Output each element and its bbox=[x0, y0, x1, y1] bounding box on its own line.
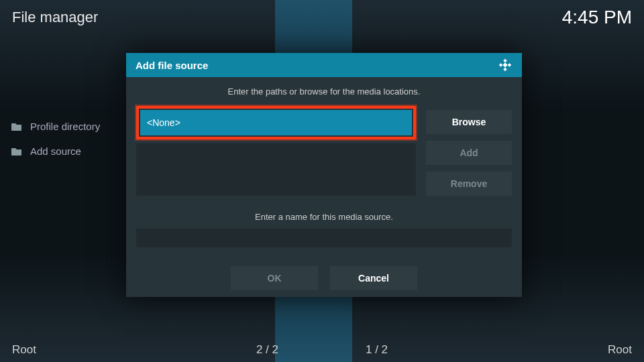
sidebar-item-label: Profile directory bbox=[30, 121, 100, 132]
sidebar-item-label: Add source bbox=[30, 145, 81, 157]
browse-button[interactable]: Browse bbox=[426, 110, 512, 134]
header-bar: File manager 4:45 PM bbox=[12, 7, 632, 28]
footer-count-right: 1 / 2 bbox=[366, 343, 388, 357]
cancel-button[interactable]: Cancel bbox=[330, 266, 417, 290]
path-instruction: Enter the paths or browse for the media … bbox=[126, 86, 522, 97]
kodi-logo-icon bbox=[498, 58, 513, 72]
add-button[interactable]: Add bbox=[426, 141, 512, 165]
path-list bbox=[136, 106, 416, 196]
ok-button[interactable]: OK bbox=[231, 266, 318, 290]
sidebar-item-add-source[interactable]: Add source bbox=[8, 139, 129, 164]
footer-left-label: Root bbox=[12, 343, 36, 357]
dialog-title: Add file source bbox=[136, 60, 208, 71]
path-input[interactable] bbox=[140, 110, 412, 135]
dialog-header: Add file source bbox=[126, 53, 522, 77]
clock: 4:45 PM bbox=[562, 7, 632, 28]
sidebar-item-profile-directory[interactable]: Profile directory bbox=[8, 114, 129, 139]
folder-icon bbox=[11, 122, 22, 131]
folder-icon bbox=[11, 147, 22, 156]
footer-right-label: Root bbox=[608, 343, 632, 357]
path-field-highlight bbox=[136, 106, 416, 139]
remove-button[interactable]: Remove bbox=[426, 172, 512, 196]
footer-bar: Root 2 / 2 1 / 2 Root bbox=[12, 343, 632, 357]
footer-count-left: 2 / 2 bbox=[256, 343, 278, 357]
source-name-input[interactable] bbox=[136, 229, 512, 247]
name-instruction: Enter a name for this media source. bbox=[126, 212, 522, 222]
add-file-source-dialog: Add file source Enter the paths or brows… bbox=[126, 53, 522, 297]
sidebar: Profile directory Add source bbox=[8, 114, 129, 164]
path-list-empty-area[interactable] bbox=[136, 143, 416, 196]
page-title: File manager bbox=[12, 9, 98, 26]
